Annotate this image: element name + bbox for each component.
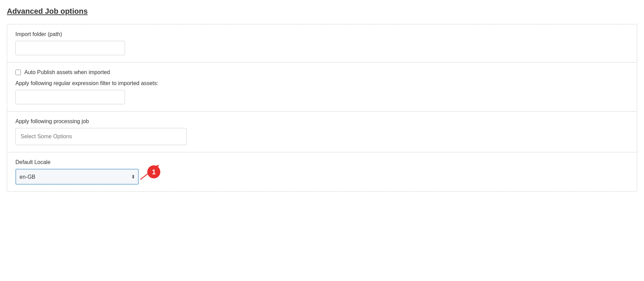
options-container: Import folder (path) Auto Publish assets…: [7, 24, 637, 192]
annotation-badge-1: 1: [147, 165, 160, 178]
default-locale-section: Default Locale en-GB en-US fr-FR de-DE e…: [7, 152, 637, 191]
auto-publish-label: Auto Publish assets when imported: [24, 69, 110, 75]
auto-publish-row: Auto Publish assets when imported: [15, 69, 629, 75]
locale-select[interactable]: en-GB en-US fr-FR de-DE es-ES: [15, 169, 139, 185]
import-folder-input[interactable]: [15, 41, 125, 55]
import-folder-label: Import folder (path): [15, 31, 629, 37]
publish-filter-section: Auto Publish assets when imported Apply …: [7, 62, 637, 112]
locale-select-container: en-GB en-US fr-FR de-DE es-ES ⬍: [15, 169, 139, 185]
processing-job-label: Apply following processing job: [15, 118, 629, 125]
processing-job-section: Apply following processing job: [7, 112, 637, 152]
regex-filter-input[interactable]: [15, 90, 125, 104]
processing-job-input[interactable]: [15, 128, 187, 145]
page-title: Advanced Job options: [7, 7, 88, 16]
regex-filter-label: Apply following regular expression filte…: [15, 80, 629, 86]
import-folder-section: Import folder (path): [7, 24, 637, 62]
auto-publish-checkbox[interactable]: [15, 70, 21, 75]
locale-select-wrapper: en-GB en-US fr-FR de-DE es-ES ⬍ 1: [15, 169, 139, 185]
default-locale-label: Default Locale: [15, 159, 629, 165]
